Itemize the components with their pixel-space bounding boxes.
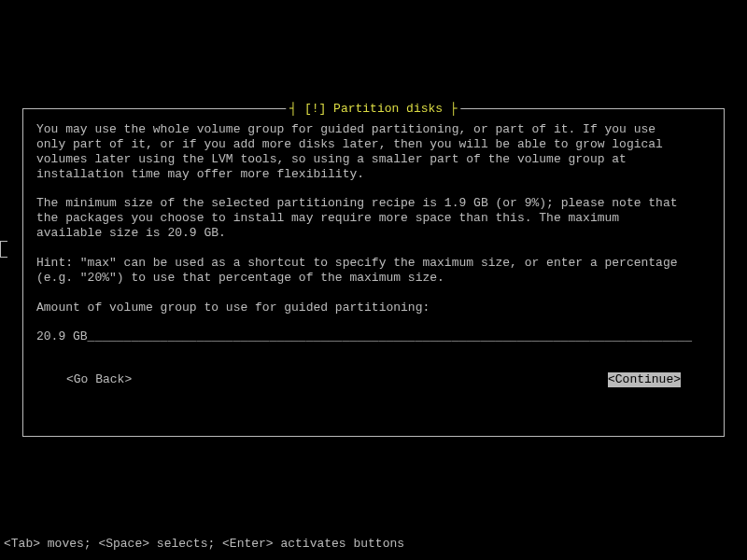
continue-button[interactable]: <Continue> [608, 372, 681, 387]
paragraph-2: The minimum size of the selected partiti… [36, 196, 711, 241]
partition-dialog: ┤ [!] Partition disks ├ You may use the … [22, 108, 725, 437]
dialog-left-bracket [0, 241, 7, 258]
dialog-title: ┤ [!] Partition disks ├ [286, 102, 460, 116]
title-text: [!] Partition disks [304, 102, 443, 116]
volume-size-input[interactable]: 20.9 GB_________________________________… [36, 329, 711, 344]
button-row: <Go Back> <Continue> [36, 372, 711, 387]
dialog-content: You may use the whole volume group for g… [23, 109, 724, 387]
go-back-button[interactable]: <Go Back> [66, 372, 132, 387]
paragraph-1: You may use the whole volume group for g… [36, 122, 711, 181]
title-left-rule: ┤ [289, 102, 304, 116]
prompt-label: Amount of volume group to use for guided… [36, 301, 711, 315]
help-line: <Tab> moves; <Space> selects; <Enter> ac… [4, 537, 404, 551]
title-right-rule: ├ [443, 102, 458, 116]
paragraph-3: Hint: "max" can be used as a shortcut to… [36, 256, 711, 286]
